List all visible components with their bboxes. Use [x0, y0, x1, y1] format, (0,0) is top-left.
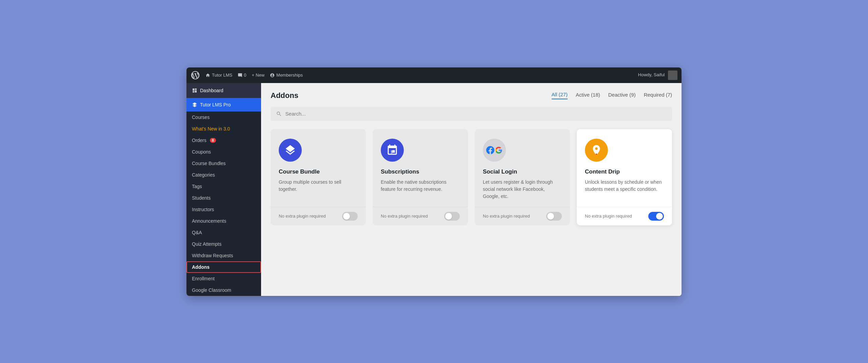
svg-text:$: $	[391, 150, 393, 154]
tab-required[interactable]: Required (7)	[644, 92, 672, 99]
addon-footer-text-2: No extra plugin required	[483, 214, 530, 219]
addon-name-social-login: Social Login	[483, 168, 562, 175]
quiz-attempts-label: Quiz Attempts	[192, 241, 221, 247]
memberships-label: Memberships	[276, 73, 303, 78]
site-name-label: Tutor LMS	[212, 73, 232, 78]
orders-label: Orders	[192, 138, 206, 143]
enrollment-label: Enrollment	[192, 276, 215, 281]
drip-icon	[590, 144, 603, 156]
addon-footer-content-drip: No extra plugin required	[577, 207, 672, 225]
tags-label: Tags	[192, 184, 202, 189]
addon-footer-course-bundle: No extra plugin required	[271, 207, 366, 225]
announcements-label: Announcements	[192, 218, 226, 224]
addons-grid: Course Bundle Group multiple courses to …	[271, 129, 672, 225]
sidebar-item-tutor-pro[interactable]: Tutor LMS Pro	[186, 98, 261, 112]
sidebar-item-orders[interactable]: Orders 8	[186, 135, 261, 146]
tutor-pro-icon	[192, 102, 197, 107]
orders-badge: 8	[210, 138, 216, 143]
google-classroom-label: Google Classroom	[192, 287, 231, 293]
sidebar-item-courses[interactable]: Courses	[186, 112, 261, 123]
tabs: All (27) Active (18) Deactive (9) Requir…	[552, 92, 672, 99]
comment-count: 0	[244, 73, 246, 78]
sidebar-item-instructors[interactable]: Instructors	[186, 204, 261, 215]
layers-icon	[284, 144, 296, 156]
content-header: Addons All (27) Active (18) Deactive (9)…	[271, 91, 672, 100]
comment-icon	[238, 73, 242, 78]
tab-all[interactable]: All (27)	[552, 92, 568, 99]
coupons-label: Coupons	[192, 149, 211, 155]
home-icon	[205, 73, 210, 78]
sidebar-item-google-classroom[interactable]: Google Classroom	[186, 284, 261, 296]
sidebar-item-course-bundles[interactable]: Course Bundles	[186, 158, 261, 169]
memberships-link[interactable]: Memberships	[270, 73, 303, 78]
addon-card-body-subscriptions: $ Subscriptions Enable the native subscr…	[373, 129, 468, 207]
sidebar-item-students[interactable]: Students	[186, 192, 261, 204]
toggle-content-drip[interactable]	[648, 212, 664, 221]
tab-active[interactable]: Active (18)	[576, 92, 600, 99]
sidebar-item-tags[interactable]: Tags	[186, 181, 261, 192]
addon-footer-text-3: No extra plugin required	[585, 214, 632, 219]
sidebar-item-withdraw-requests[interactable]: Withdraw Requests	[186, 250, 261, 261]
sidebar-item-quiz-attempts[interactable]: Quiz Attempts	[186, 238, 261, 250]
sidebar-item-enrollment[interactable]: Enrollment	[186, 273, 261, 284]
search-input[interactable]	[285, 111, 667, 117]
search-icon	[276, 111, 282, 117]
sidebar-item-announcements[interactable]: Announcements	[186, 215, 261, 227]
addon-card-body-content-drip: Content Drip Unlock lessons by schedule …	[577, 129, 672, 207]
addon-footer-text-1: No extra plugin required	[381, 214, 428, 219]
facebook-icon	[486, 146, 494, 154]
tutor-pro-label: Tutor LMS Pro	[200, 102, 231, 107]
addon-card-subscriptions: $ Subscriptions Enable the native subscr…	[373, 129, 468, 225]
tab-deactive[interactable]: Deactive (9)	[608, 92, 636, 99]
page-title: Addons	[271, 91, 298, 100]
dashboard-icon	[192, 88, 197, 93]
sidebar: Dashboard Tutor LMS Pro Courses What's N…	[186, 83, 261, 296]
students-label: Students	[192, 195, 211, 201]
new-menu[interactable]: + New	[252, 73, 264, 78]
addon-icon-course-bundle	[279, 139, 302, 162]
sidebar-item-qa[interactable]: Q&A	[186, 227, 261, 238]
user-avatar	[668, 70, 677, 80]
addon-name-content-drip: Content Drip	[585, 168, 664, 175]
qa-label: Q&A	[192, 230, 202, 235]
toggle-subscriptions[interactable]	[444, 212, 460, 221]
addon-footer-subscriptions: No extra plugin required	[373, 207, 468, 225]
site-name[interactable]: Tutor LMS	[205, 73, 232, 78]
addon-desc-social-login: Let users register & login through socia…	[483, 179, 562, 200]
sidebar-item-dashboard[interactable]: Dashboard	[186, 83, 261, 98]
wordpress-icon	[191, 70, 200, 80]
addon-card-body: Course Bundle Group multiple courses to …	[271, 129, 366, 207]
whats-new-label: What's New in 3.0	[192, 126, 230, 132]
withdraw-requests-label: Withdraw Requests	[192, 253, 233, 258]
addon-card-course-bundle: Course Bundle Group multiple courses to …	[271, 129, 366, 225]
addon-desc-course-bundle: Group multiple courses to sell together.	[279, 179, 358, 193]
calendar-dollar-icon: $	[386, 144, 398, 156]
sidebar-item-whats-new[interactable]: What's New in 3.0	[186, 123, 261, 135]
sidebar-item-categories[interactable]: Categories	[186, 169, 261, 181]
addon-card-content-drip: Content Drip Unlock lessons by schedule …	[577, 129, 672, 225]
sidebar-item-coupons[interactable]: Coupons	[186, 146, 261, 158]
course-bundles-label: Course Bundles	[192, 161, 226, 166]
comments-link[interactable]: 0	[238, 73, 246, 78]
toggle-social-login[interactable]	[546, 212, 562, 221]
addon-card-body-social: Social Login Let users register & login …	[475, 129, 570, 207]
wp-logo[interactable]	[191, 70, 200, 80]
addon-name-subscriptions: Subscriptions	[381, 168, 460, 175]
addon-footer-text-0: No extra plugin required	[279, 214, 326, 219]
search-bar	[271, 107, 672, 121]
user-greeting: Howdy, Saiful	[638, 70, 677, 80]
addon-icon-subscriptions: $	[381, 139, 404, 162]
svg-point-1	[596, 153, 597, 155]
toggle-course-bundle[interactable]	[342, 212, 358, 221]
sidebar-item-addons[interactable]: Addons	[186, 261, 261, 273]
memberships-icon	[270, 73, 275, 78]
addons-label: Addons	[192, 264, 210, 270]
dashboard-label: Dashboard	[200, 88, 223, 93]
new-label: New	[256, 73, 264, 78]
courses-label: Courses	[192, 115, 210, 120]
addon-footer-social-login: No extra plugin required	[475, 207, 570, 225]
categories-label: Categories	[192, 172, 215, 178]
instructors-label: Instructors	[192, 207, 214, 212]
addon-desc-subscriptions: Enable the native subscriptions feature …	[381, 179, 460, 193]
addon-icon-content-drip	[585, 139, 608, 162]
